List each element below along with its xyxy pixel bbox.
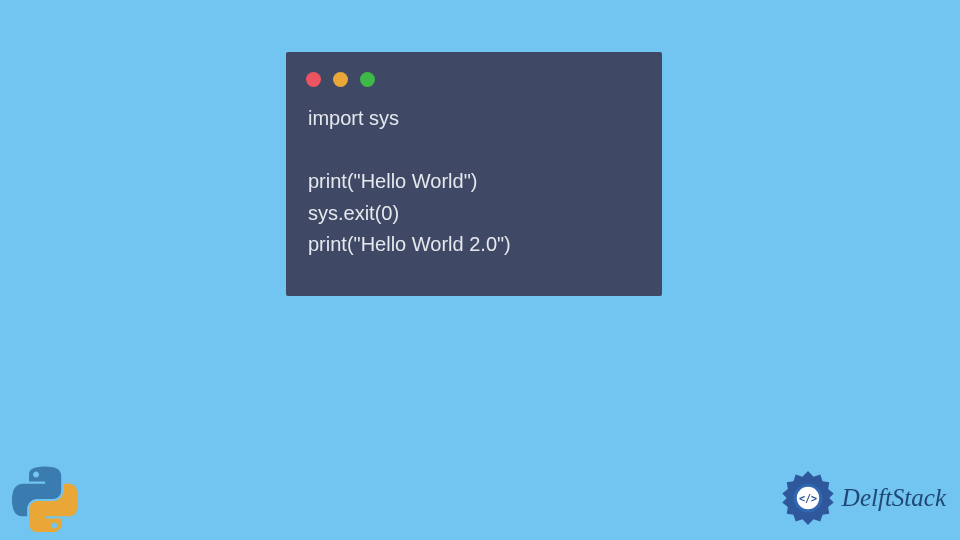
svg-text:</>: </> bbox=[799, 493, 817, 504]
code-content: import sys print("Hello World") sys.exit… bbox=[286, 87, 662, 277]
code-line: sys.exit(0) bbox=[308, 202, 399, 224]
code-line: print("Hello World") bbox=[308, 170, 477, 192]
window-traffic-lights bbox=[286, 52, 662, 87]
code-line: import sys bbox=[308, 107, 399, 129]
minimize-icon bbox=[333, 72, 348, 87]
code-window: import sys print("Hello World") sys.exit… bbox=[286, 52, 662, 296]
brand-name: DelftStack bbox=[842, 484, 946, 512]
python-logo-icon bbox=[12, 466, 78, 532]
maximize-icon bbox=[360, 72, 375, 87]
delftstack-badge-icon: </> bbox=[780, 470, 836, 526]
delftstack-logo: </> DelftStack bbox=[780, 470, 946, 526]
code-line: print("Hello World 2.0") bbox=[308, 233, 511, 255]
close-icon bbox=[306, 72, 321, 87]
